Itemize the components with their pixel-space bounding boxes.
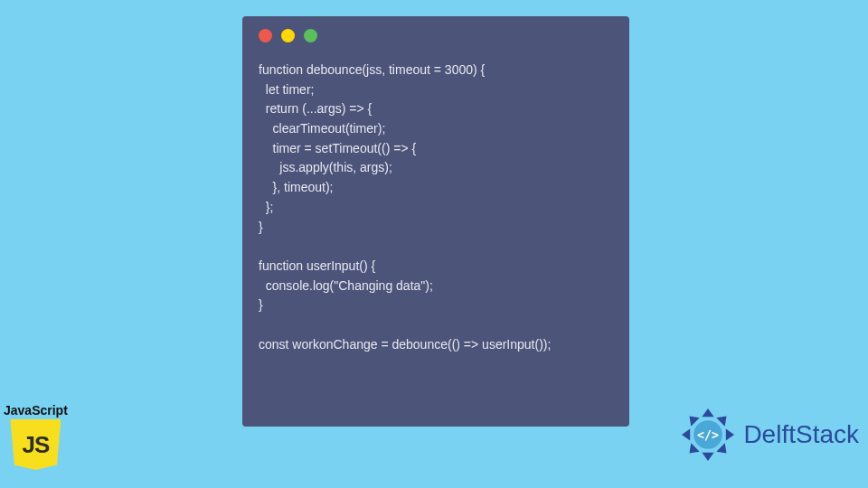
javascript-shield-text: JS [23,431,50,459]
code-window: function debounce(jss, timeout = 3000) {… [242,16,629,427]
javascript-shield-icon: JS [10,419,61,470]
svg-marker-3 [717,443,731,457]
svg-marker-7 [685,412,700,427]
delftstack-watermark: </> DelftStack [678,405,859,465]
delftstack-logo-icon: </> [678,405,738,465]
code-block: function debounce(jss, timeout = 3000) {… [259,61,613,354]
svg-marker-1 [717,412,731,427]
svg-marker-5 [685,443,700,457]
svg-marker-0 [703,408,714,417]
javascript-badge: JavaScript JS [4,403,68,470]
svg-marker-2 [726,428,734,440]
delftstack-brand-text: DelftStack [743,420,859,449]
svg-marker-6 [682,428,690,440]
javascript-label: JavaScript [4,403,68,418]
svg-marker-4 [703,453,714,461]
maximize-icon [304,29,317,42]
minimize-icon [281,29,295,42]
svg-text:</>: </> [697,428,719,442]
close-icon [259,29,272,42]
traffic-lights [259,29,613,42]
